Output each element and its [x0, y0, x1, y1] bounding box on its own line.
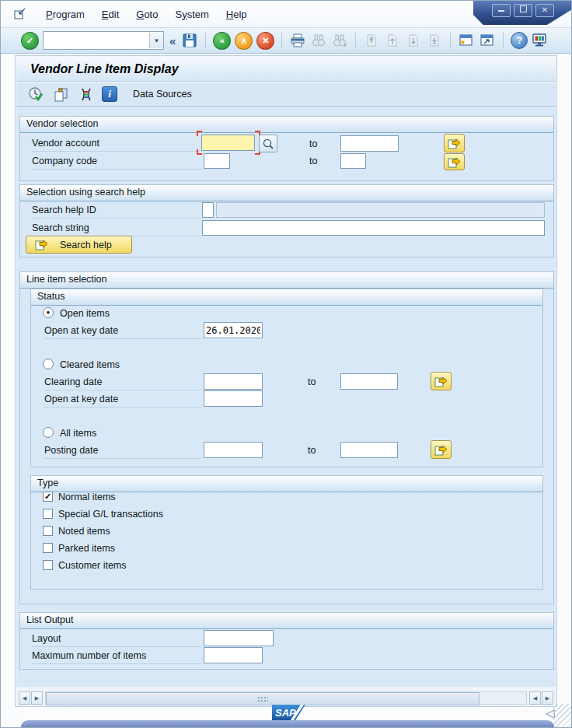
maximum-number-of-items-input[interactable]	[204, 647, 263, 663]
company-code-multiple-selection-button[interactable]	[444, 153, 465, 170]
scroll-left-button[interactable]: ◀	[19, 691, 30, 705]
command-field[interactable]	[44, 33, 149, 48]
execute-button[interactable]	[27, 86, 44, 103]
next-page-button[interactable]	[405, 32, 422, 49]
customize-layout-button[interactable]	[532, 32, 549, 49]
command-field-wrap: ▼	[43, 31, 164, 50]
scroll-right-button-right[interactable]: ▶	[542, 691, 553, 705]
back-button[interactable]: «	[213, 32, 231, 50]
open-at-key-date-label: Open at key date	[44, 325, 201, 339]
toolbar-separator	[281, 33, 282, 48]
last-page-button[interactable]	[426, 32, 443, 49]
menu-program[interactable]: Program	[46, 9, 85, 20]
dynamic-selections-button[interactable]	[77, 86, 94, 103]
menu-system[interactable]: System	[175, 9, 208, 20]
parked-items-checkbox[interactable]	[43, 543, 53, 553]
menu-help[interactable]: Help	[226, 9, 247, 20]
find-next-button[interactable]	[331, 32, 348, 49]
scroll-right-button[interactable]: ▶	[31, 691, 43, 705]
print-button[interactable]	[289, 32, 306, 49]
info-button[interactable]: i	[102, 86, 117, 102]
clearing-date-to-input[interactable]	[340, 373, 398, 390]
horizontal-scrollbar-thumb[interactable]	[46, 692, 480, 705]
check-mark: ✓	[44, 492, 51, 501]
search-help-button[interactable]: Search help	[26, 236, 132, 254]
collapse-toolbar-icon[interactable]: «	[169, 34, 176, 47]
find-next-icon	[332, 33, 347, 48]
normal-items-label: Normal items	[58, 492, 116, 502]
clearing-date-label: Clearing date	[44, 376, 201, 390]
resize-grip[interactable]	[553, 704, 572, 728]
help-icon: ?	[517, 35, 522, 46]
vendor-account-multiple-selection-button[interactable]	[444, 134, 465, 152]
vendor-account-from-input[interactable]	[201, 135, 255, 151]
title-bar: Vendor Line Item Display	[16, 57, 556, 82]
chevron-down-icon: ▼	[154, 37, 160, 44]
all-items-label: All items	[60, 428, 96, 439]
create-shortcut-button[interactable]	[479, 32, 496, 49]
sap-logo: SAP	[272, 705, 305, 721]
get-variant-button[interactable]	[52, 86, 69, 103]
company-code-from-input[interactable]	[204, 153, 230, 169]
help-button[interactable]: ?	[511, 32, 528, 49]
enter-check-icon: ✓	[26, 36, 33, 46]
multiple-selection-icon	[447, 156, 462, 169]
previous-page-button[interactable]	[384, 32, 401, 49]
enter-button[interactable]: ✓	[21, 32, 39, 50]
maximum-number-of-items-label: Maximum number of items	[32, 650, 201, 664]
save-button[interactable]	[181, 32, 198, 49]
menu-goto[interactable]: Goto	[136, 9, 158, 20]
first-page-icon	[364, 33, 378, 48]
find-button[interactable]	[310, 32, 327, 49]
minimize-button[interactable]	[492, 4, 511, 17]
standard-toolbar: ✓ ▼ « « ∧ ✕	[1, 28, 572, 54]
vendor-account-search-help-button[interactable]	[259, 135, 277, 152]
layout-input[interactable]	[204, 630, 274, 646]
posting-date-from-input[interactable]	[204, 442, 263, 458]
open-items-radio[interactable]: ●	[43, 307, 54, 318]
close-button[interactable]: ✕	[535, 4, 554, 17]
maximize-icon	[520, 5, 527, 12]
company-code-to-input[interactable]	[340, 153, 366, 169]
multiple-selection-icon	[434, 443, 448, 457]
customer-items-checkbox[interactable]	[43, 560, 53, 570]
search-string-input[interactable]	[202, 220, 545, 236]
command-dropdown-button[interactable]: ▼	[149, 33, 163, 48]
save-icon	[182, 33, 197, 48]
minimize-icon	[498, 10, 504, 12]
multiple-selection-icon	[34, 238, 49, 251]
search-help-id-input[interactable]	[202, 202, 214, 218]
horizontal-scrollbar-track[interactable]	[45, 691, 527, 705]
vendor-account-to-input[interactable]	[340, 135, 399, 152]
previous-page-icon	[385, 33, 399, 48]
search-help-id-label: Search help ID	[32, 205, 201, 219]
open-at-key-date-input[interactable]	[204, 322, 263, 338]
radio-dot: ●	[47, 310, 51, 316]
group-title: Line item selection	[20, 272, 553, 289]
menu-edit[interactable]: Edit	[102, 9, 119, 20]
cleared-open-at-key-date-input[interactable]	[204, 390, 263, 407]
exit-button[interactable]: ∧	[235, 32, 253, 50]
cleared-items-radio[interactable]	[43, 359, 54, 369]
new-session-button[interactable]	[458, 32, 475, 49]
data-sources-button[interactable]: Data Sources	[133, 89, 192, 100]
noted-items-checkbox[interactable]	[43, 526, 53, 536]
normal-items-checkbox[interactable]: ✓	[43, 492, 53, 502]
scroll-left-button-right[interactable]: ◀	[529, 691, 541, 705]
clearing-date-from-input[interactable]	[204, 373, 263, 390]
application-toolbar: i Data Sources	[16, 82, 556, 107]
cancel-button[interactable]: ✕	[256, 32, 274, 50]
all-items-radio[interactable]	[43, 427, 54, 438]
arrow-right-icon: ▶	[546, 695, 549, 702]
interactive-report-icon[interactable]	[12, 5, 29, 23]
multiple-selection-icon	[447, 137, 462, 150]
first-page-button[interactable]	[363, 32, 380, 49]
clearing-date-multiple-selection-button[interactable]	[431, 372, 452, 390]
posting-date-to-input[interactable]	[340, 442, 398, 458]
sap-gui-window: Program Edit Goto System Help ✕ ✓ ▼ « « …	[0, 0, 572, 728]
special-gl-transactions-checkbox[interactable]	[43, 509, 53, 519]
to-label: to	[309, 138, 317, 149]
posting-date-multiple-selection-button[interactable]	[431, 440, 452, 459]
vendor-account-focus-frame	[197, 131, 260, 155]
maximize-button[interactable]	[514, 4, 532, 17]
